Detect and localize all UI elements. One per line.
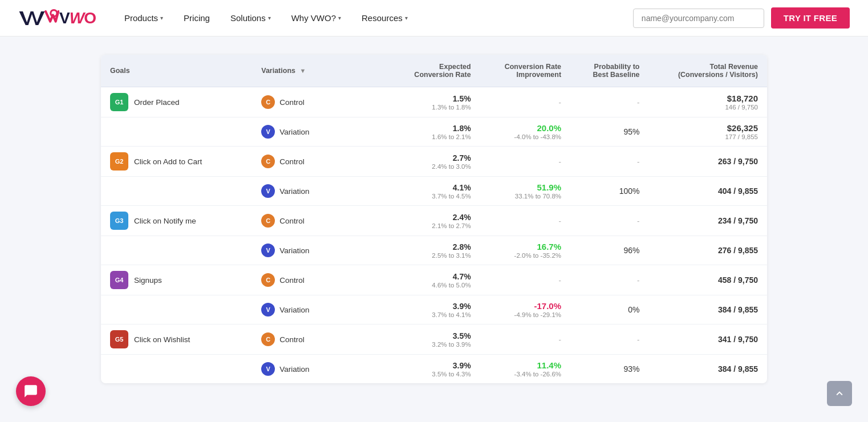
variation-badge: C [261, 155, 275, 168]
conv-rate-sub: 4.6% to 5.0% [399, 282, 470, 289]
expected-conv-rate-cell: 4.7% 4.6% to 5.0% [390, 265, 480, 295]
expected-conv-rate-cell: 1.8% 1.6% to 2.1% [390, 117, 480, 147]
probability-cell: - [570, 206, 648, 236]
improvement-cell: - [480, 87, 570, 117]
improvement-cell: 16.7% -2.0% to -35.2% [480, 236, 570, 265]
probability-cell: - [570, 87, 648, 117]
table-row: V Variation 1.8% 1.6% to 2.1% 20.0% -4.0… [101, 117, 767, 147]
nav-products[interactable]: Products ▾ [114, 0, 173, 36]
goal-label: Click on Notify me [134, 217, 196, 225]
probability-cell: - [570, 147, 648, 177]
variation-cell: V Variation [252, 117, 390, 147]
conv-rate-sub: 3.7% to 4.5% [399, 193, 470, 200]
improvement-main: 20.0% [489, 123, 561, 133]
revenue-main: 404 / 9,855 [658, 186, 758, 196]
improvement-cell: 20.0% -4.0% to -43.8% [480, 117, 570, 147]
conv-rate-main: 3.5% [399, 331, 470, 340]
conv-rate-main: 2.4% [399, 213, 470, 222]
conv-rate-sub: 2.5% to 3.1% [399, 252, 470, 259]
col-expected-conv-rate: ExpectedConversion Rate [390, 55, 480, 87]
nav-pricing[interactable]: Pricing [173, 0, 220, 36]
variation-label: Control [279, 98, 305, 107]
dash: - [559, 217, 562, 225]
revenue-cell: $18,720 146 / 9,750 [648, 87, 767, 117]
improvement-sub: -4.9% to -29.1% [489, 311, 561, 318]
variation-badge: V [261, 362, 275, 376]
table-row: G3 Click on Notify me C Control 2.4% 2.1… [101, 206, 767, 236]
conv-rate-sub: 1.6% to 2.1% [399, 133, 470, 140]
revenue-main: 341 / 9,750 [658, 335, 758, 344]
scroll-top-button[interactable] [827, 381, 852, 401]
dash: - [559, 157, 562, 166]
chevron-down-icon: ▾ [160, 15, 163, 21]
table-row: G2 Click on Add to Cart C Control 2.7% 2… [101, 147, 767, 177]
probability-cell: - [570, 324, 648, 355]
conv-rate-main: 3.9% [399, 361, 470, 370]
expected-conv-rate-cell: 1.5% 1.3% to 1.8% [390, 87, 480, 117]
nav-solutions[interactable]: Solutions ▾ [220, 0, 281, 36]
conv-rate-sub: 3.2% to 3.9% [399, 341, 470, 348]
revenue-main: 234 / 9,750 [658, 216, 758, 225]
dash: - [637, 335, 640, 344]
goal-cell: G1 Order Placed [101, 87, 252, 117]
improvement-cell: - [480, 147, 570, 177]
improvement-sub: -2.0% to -35.2% [489, 252, 561, 259]
variation-label: Control [279, 217, 305, 225]
revenue-sub: 177 / 9,855 [658, 133, 758, 140]
logo[interactable]: VWO [18, 7, 96, 30]
dash: - [637, 276, 640, 285]
probability-value: 100% [619, 186, 640, 196]
variation-cell: C Control [252, 87, 390, 117]
revenue-cell: 263 / 9,750 [648, 147, 767, 177]
revenue-sub: 146 / 9,750 [658, 104, 758, 111]
improvement-cell: 51.9% 33.1% to 70.8% [480, 177, 570, 206]
variation-label: Variation [279, 246, 309, 255]
nav-resources[interactable]: Resources ▾ [351, 0, 418, 36]
conv-rate-main: 4.7% [399, 272, 470, 281]
improvement-sub: 33.1% to 70.8% [489, 193, 561, 200]
variation-cell: C Control [252, 147, 390, 177]
email-input[interactable] [633, 9, 764, 28]
improvement-sub: -4.0% to -43.8% [489, 133, 561, 140]
probability-cell: 0% [570, 295, 648, 324]
conv-rate-main: 1.5% [399, 94, 470, 103]
variation-label: Variation [279, 365, 309, 374]
expected-conv-rate-cell: 2.7% 2.4% to 3.0% [390, 147, 480, 177]
goal-cell: G3 Click on Notify me [101, 206, 252, 236]
variation-cell: V Variation [252, 295, 390, 324]
probability-cell: 96% [570, 236, 648, 265]
table-body: G1 Order Placed C Control 1.5% 1.3% to 1… [101, 87, 767, 384]
goal-cell [101, 295, 252, 324]
variation-cell: V Variation [252, 236, 390, 265]
conv-rate-main: 3.9% [399, 302, 470, 311]
expected-conv-rate-cell: 2.8% 2.5% to 3.1% [390, 236, 480, 265]
chevron-down-icon: ▾ [338, 15, 341, 21]
goal-cell [101, 177, 252, 206]
dash: - [637, 98, 640, 107]
variation-label: Control [279, 276, 305, 285]
conv-rate-sub: 3.7% to 4.1% [399, 311, 470, 318]
navbar: VWO Products ▾ Pricing Solutions ▾ Why V… [0, 0, 868, 36]
improvement-main: 51.9% [489, 182, 561, 192]
revenue-cell: 234 / 9,750 [648, 206, 767, 236]
dash: - [637, 157, 640, 166]
variation-label: Variation [279, 306, 309, 314]
probability-cell: 95% [570, 117, 648, 147]
variation-badge: C [261, 273, 275, 287]
variation-cell: V Variation [252, 177, 390, 206]
conv-rate-main: 2.7% [399, 153, 470, 163]
conv-rate-main: 4.1% [399, 183, 470, 192]
goal-badge: G3 [110, 212, 128, 230]
chat-button[interactable] [16, 376, 46, 401]
nav-why-vwo[interactable]: Why VWO? ▾ [281, 0, 351, 36]
variation-badge: V [261, 303, 275, 316]
chevron-down-icon: ▾ [268, 15, 271, 21]
try-it-free-button[interactable]: TRY IT FREE [771, 7, 850, 29]
probability-value: 0% [628, 305, 639, 314]
variation-badge: V [261, 125, 275, 139]
goal-cell [101, 117, 252, 147]
filter-icon[interactable]: ▼ [299, 67, 306, 74]
expected-conv-rate-cell: 3.9% 3.5% to 4.3% [390, 355, 480, 384]
probability-cell: 93% [570, 355, 648, 384]
improvement-cell: - [480, 206, 570, 236]
